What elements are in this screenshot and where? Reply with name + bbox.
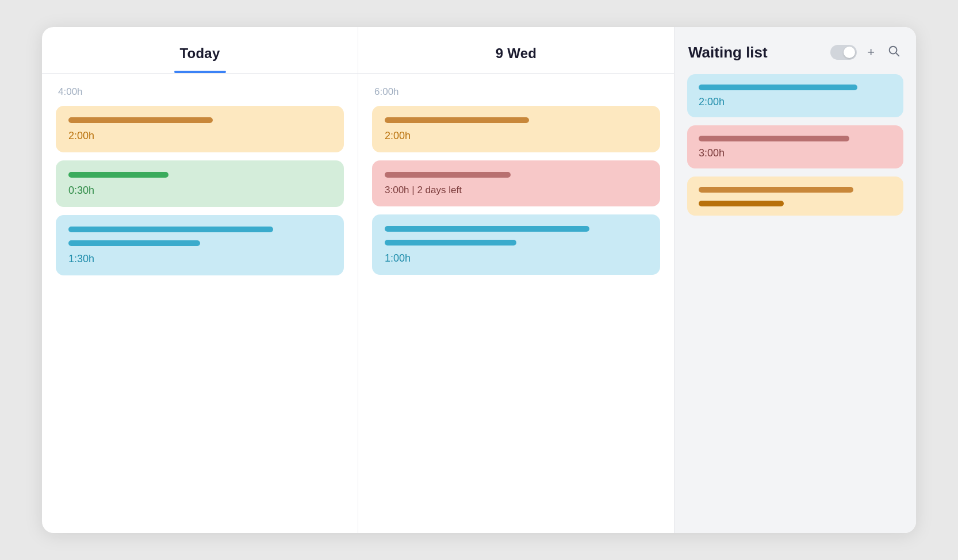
card-bar — [385, 117, 529, 123]
svg-line-1 — [896, 53, 899, 56]
add-icon[interactable]: + — [865, 44, 877, 61]
wcard-bar-narrow — [699, 201, 784, 206]
waiting-column: Waiting list + 2:00h 3:00h — [675, 27, 916, 533]
wed-cards: 2:00h 3:00h | 2 days left 1:00h — [358, 106, 674, 289]
card-bar-narrow — [68, 240, 200, 246]
waiting-cards: 2:00h 3:00h — [675, 72, 916, 228]
wed-time-label: 6:00h — [358, 74, 674, 106]
card-bar-narrow — [385, 240, 516, 246]
card-time: 2:00h — [385, 130, 647, 142]
card-time: 1:30h — [68, 253, 331, 265]
waiting-title: Waiting list — [688, 44, 822, 62]
card-today-orange[interactable]: 2:00h — [56, 106, 344, 152]
wcard-time: 3:00h — [699, 147, 892, 159]
card-today-blue[interactable]: 1:30h — [56, 215, 344, 275]
wcard-pink[interactable]: 3:00h — [687, 125, 903, 168]
today-title: Today — [179, 45, 220, 62]
card-time: 0:30h — [68, 185, 331, 197]
app-container: Today 4:00h 2:00h 0:30h 1:30h — [42, 27, 916, 533]
today-column: Today 4:00h 2:00h 0:30h 1:30h — [42, 27, 358, 533]
wed-column: 9 Wed 6:00h 2:00h 3:00h | 2 days left 1:… — [358, 27, 675, 533]
today-cards: 2:00h 0:30h 1:30h — [42, 106, 358, 289]
card-bar — [68, 117, 213, 123]
waiting-header: Waiting list + — [675, 27, 916, 72]
search-icon[interactable] — [885, 43, 902, 62]
today-header: Today — [42, 27, 358, 73]
card-wed-pink[interactable]: 3:00h | 2 days left — [372, 160, 660, 206]
today-underline — [174, 71, 226, 73]
card-bar-wide — [68, 227, 273, 232]
wcard-bar-wide — [699, 187, 853, 193]
card-bar — [385, 172, 511, 178]
wed-title: 9 Wed — [496, 45, 537, 62]
card-wed-orange[interactable]: 2:00h — [372, 106, 660, 152]
wcard-time: 2:00h — [699, 96, 892, 108]
wcard-orange[interactable] — [687, 177, 903, 216]
today-time-label: 4:00h — [42, 74, 358, 106]
card-time: 1:00h — [385, 252, 647, 264]
card-wed-blue[interactable]: 1:00h — [372, 214, 660, 275]
card-today-green[interactable]: 0:30h — [56, 160, 344, 207]
card-bar — [68, 172, 168, 178]
wcard-blue[interactable]: 2:00h — [687, 74, 903, 117]
card-time: 3:00h | 2 days left — [385, 185, 647, 196]
card-bar-wide — [385, 226, 589, 232]
wcard-bar — [699, 85, 857, 90]
waiting-toggle[interactable] — [830, 45, 857, 60]
wed-header: 9 Wed — [358, 27, 674, 73]
card-time: 2:00h — [68, 130, 331, 142]
wcard-bar — [699, 136, 849, 141]
